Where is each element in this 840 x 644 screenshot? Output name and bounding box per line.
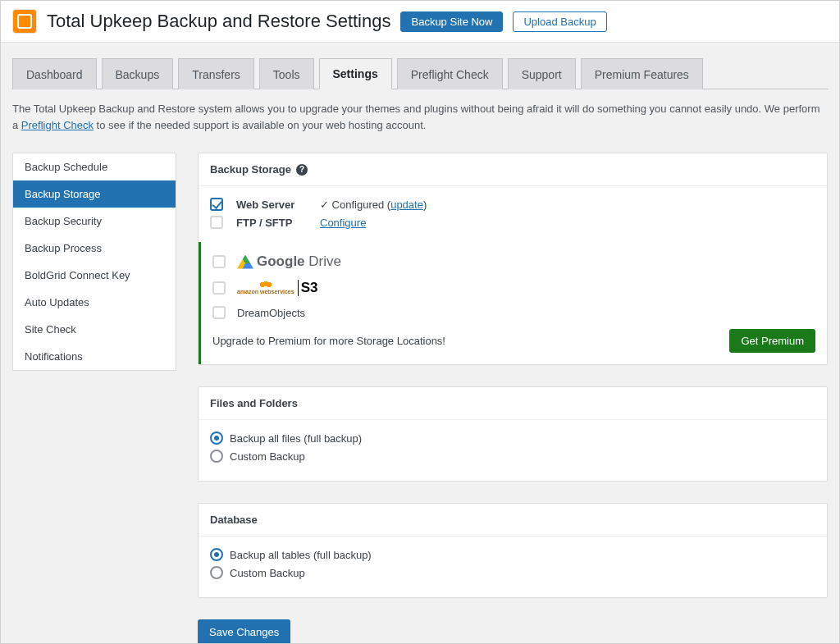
help-icon[interactable]: ? xyxy=(296,164,308,176)
sidebar-item-backup-security[interactable]: Backup Security xyxy=(13,208,176,235)
sidebar-item-backup-storage[interactable]: Backup Storage xyxy=(13,180,176,208)
dreamobjects-label: DreamObjects xyxy=(237,307,305,319)
radio-label-custom-tables: Custom Backup xyxy=(230,567,305,579)
backup-site-now-button[interactable]: Backup Site Now xyxy=(400,11,503,32)
panel-heading-database: Database xyxy=(199,504,827,537)
google-drive-icon xyxy=(237,255,253,269)
radio-row-custom-files: Custom Backup xyxy=(210,450,815,463)
checkmark-icon: ✓ Configured ( xyxy=(320,199,390,211)
sidebar-item-backup-process[interactable]: Backup Process xyxy=(13,235,176,262)
panel-heading-files: Files and Folders xyxy=(199,387,827,420)
panel-heading-backup-storage: Backup Storage ? xyxy=(199,153,827,186)
storage-ftp-row: FTP / SFTP Configure xyxy=(210,216,815,229)
radio-label-backup-all-files: Backup all files (full backup) xyxy=(230,432,362,445)
configure-ftp-link[interactable]: Configure xyxy=(320,217,366,229)
storage-dreamobjects-row: DreamObjects xyxy=(212,306,815,319)
intro-text: The Total Upkeep Backup and Restore syst… xyxy=(12,101,828,133)
radio-row-custom-tables: Custom Backup xyxy=(210,566,815,579)
storage-web-server-row: Web Server ✓ Configured (update) xyxy=(210,198,815,211)
premium-storage-block: Google Google DriveDrive amazon webservi… xyxy=(199,242,827,364)
page-title: Total Upkeep Backup and Restore Settings xyxy=(47,11,390,32)
tab-transfers[interactable]: Transfers xyxy=(178,58,254,89)
tab-tools[interactable]: Tools xyxy=(259,58,314,89)
amazon-s3-label: amazon webservices S3 xyxy=(237,280,317,296)
panel-files-folders: Files and Folders Backup all files (full… xyxy=(198,386,828,482)
storage-ftp-label: FTP / SFTP xyxy=(236,217,307,229)
tab-backups[interactable]: Backups xyxy=(102,58,174,89)
radio-custom-backup-tables[interactable] xyxy=(210,566,223,579)
save-changes-button[interactable]: Save Changes xyxy=(198,619,290,644)
radio-backup-all-tables[interactable] xyxy=(210,548,223,561)
google-drive-label: Google Google DriveDrive xyxy=(237,253,341,270)
storage-web-server-label: Web Server xyxy=(236,199,307,211)
sidebar-item-auto-updates[interactable]: Auto Updates xyxy=(13,289,176,316)
radio-label-custom-files: Custom Backup xyxy=(230,450,305,463)
panel-heading-text: Backup Storage xyxy=(210,163,291,176)
tab-dashboard[interactable]: Dashboard xyxy=(12,58,97,89)
intro-text-part2: to see if the needed support is availabl… xyxy=(94,119,426,131)
closing-paren: ) xyxy=(423,199,427,211)
sidebar-item-backup-schedule[interactable]: Backup Schedule xyxy=(13,153,176,180)
radio-row-backup-all-tables: Backup all tables (full backup) xyxy=(210,548,815,561)
checkbox-amazon-s3[interactable] xyxy=(212,281,226,295)
checkbox-web-server[interactable] xyxy=(210,198,223,211)
checkbox-ftp[interactable] xyxy=(210,216,223,229)
storage-web-server-status: ✓ Configured (update) xyxy=(320,199,427,211)
get-premium-button[interactable]: Get Premium xyxy=(729,329,815,353)
upgrade-line: Upgrade to Premium for more Storage Loca… xyxy=(212,329,815,353)
settings-sidebar: Backup Schedule Backup Storage Backup Se… xyxy=(12,153,176,371)
radio-label-backup-all-tables: Backup all tables (full backup) xyxy=(230,549,372,561)
sidebar-item-notifications[interactable]: Notifications xyxy=(13,343,176,370)
upload-backup-button[interactable]: Upload Backup xyxy=(513,11,606,32)
checkbox-google-drive[interactable] xyxy=(212,255,226,268)
sidebar-item-boldgrid-connect-key[interactable]: BoldGrid Connect Key xyxy=(13,262,176,289)
tabs-nav: Dashboard Backups Transfers Tools Settin… xyxy=(12,57,828,89)
radio-row-backup-all-files: Backup all files (full backup) xyxy=(210,432,815,445)
tab-premium-features[interactable]: Premium Features xyxy=(581,58,703,89)
radio-backup-all-files[interactable] xyxy=(210,432,223,445)
checkbox-dreamobjects[interactable] xyxy=(212,306,226,319)
radio-custom-backup-files[interactable] xyxy=(210,450,223,463)
tab-preflight-check[interactable]: Preflight Check xyxy=(397,58,503,89)
plugin-logo-icon xyxy=(12,9,37,34)
aws-icon: amazon webservices xyxy=(237,281,294,295)
preflight-check-link[interactable]: Preflight Check xyxy=(21,119,94,131)
panel-backup-storage: Backup Storage ? Web Server ✓ Configured… xyxy=(198,153,828,365)
panel-database: Database Backup all tables (full backup)… xyxy=(198,503,828,598)
update-link[interactable]: update xyxy=(390,199,423,211)
page-header: Total Upkeep Backup and Restore Settings… xyxy=(1,1,839,43)
upgrade-text: Upgrade to Premium for more Storage Loca… xyxy=(212,335,445,347)
storage-amazon-s3-row: amazon webservices S3 xyxy=(212,280,815,296)
tab-support[interactable]: Support xyxy=(508,58,576,89)
sidebar-item-site-check[interactable]: Site Check xyxy=(13,316,176,343)
storage-google-drive-row: Google Google DriveDrive xyxy=(212,253,815,270)
tab-settings[interactable]: Settings xyxy=(319,58,392,89)
s3-text: S3 xyxy=(298,280,318,296)
